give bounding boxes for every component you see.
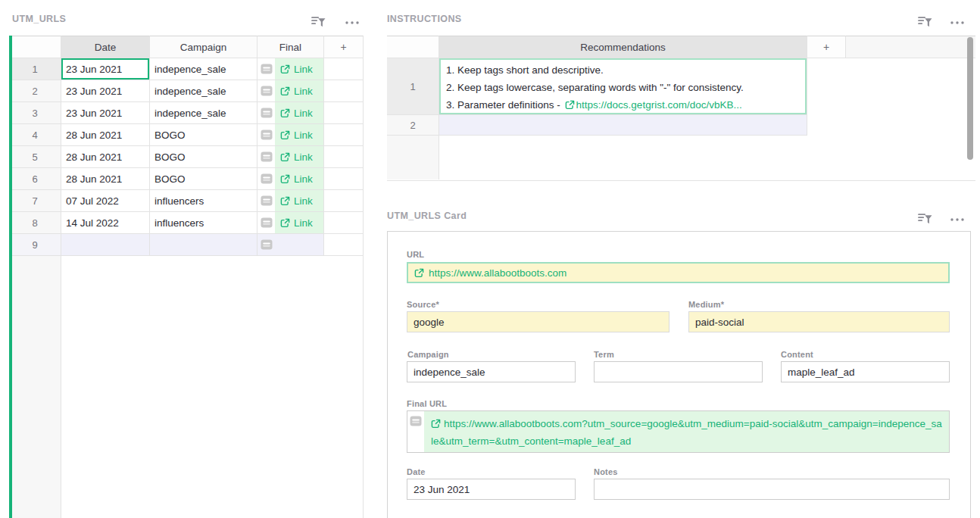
- cell-date[interactable]: 23 Jun 2021: [61, 80, 150, 102]
- cell-final-empty[interactable]: [257, 234, 324, 256]
- external-link-cell[interactable]: Link: [275, 190, 323, 211]
- record-card-icon[interactable]: [261, 195, 273, 206]
- add-column-button[interactable]: +: [324, 36, 364, 58]
- cell-campaign[interactable]: indepence_sale: [150, 58, 257, 80]
- cell-empty[interactable]: [324, 80, 364, 102]
- cell-date[interactable]: 23 Jun 2021: [61, 102, 150, 124]
- cell-date-empty[interactable]: [61, 234, 150, 256]
- column-header-campaign[interactable]: Campaign: [150, 36, 257, 58]
- row-filler: [807, 58, 975, 115]
- record-card-icon[interactable]: [261, 239, 273, 250]
- cell-empty[interactable]: [324, 212, 364, 234]
- more-options-icon[interactable]: [950, 217, 965, 222]
- cell-recommendations[interactable]: 1. Keep tags short and descriptive. 2. K…: [439, 58, 807, 115]
- sort-filter-icon[interactable]: [311, 15, 326, 29]
- cell-empty[interactable]: [324, 124, 364, 146]
- link-prefix: 3. Parameter definitions -: [446, 99, 563, 111]
- row-number[interactable]: 6: [9, 168, 61, 190]
- cell-date[interactable]: 14 Jul 2022: [61, 212, 150, 234]
- source-field[interactable]: google: [407, 311, 669, 332]
- external-link-cell[interactable]: Link: [275, 168, 323, 189]
- row-number[interactable]: 8: [9, 212, 61, 234]
- date-field[interactable]: 23 Jun 2021: [407, 479, 576, 500]
- row-number-header[interactable]: [9, 36, 61, 58]
- sort-filter-icon[interactable]: [917, 15, 932, 29]
- vertical-scrollbar[interactable]: [967, 37, 973, 160]
- cell-final-link[interactable]: Link: [257, 80, 324, 102]
- cell-date[interactable]: 28 Jun 2021: [61, 168, 150, 190]
- row-number[interactable]: 2: [9, 80, 61, 102]
- row-number[interactable]: 1: [387, 58, 439, 115]
- cell-final-link[interactable]: Link: [257, 102, 324, 124]
- final-url-field[interactable]: https://www.allabootboots.com?utm_source…: [407, 410, 950, 453]
- cell-date[interactable]: 28 Jun 2021: [61, 124, 150, 146]
- more-options-icon[interactable]: [950, 20, 965, 25]
- cell-campaign[interactable]: BOGO: [150, 146, 257, 168]
- column-header-date[interactable]: Date: [61, 36, 150, 58]
- final-url-link[interactable]: https://www.allabootboots.com?utm_source…: [424, 411, 949, 453]
- content-field[interactable]: maple_leaf_ad: [781, 361, 950, 382]
- cell-campaign-empty[interactable]: [150, 234, 257, 256]
- column-header-final[interactable]: Final: [257, 36, 324, 58]
- record-card-icon[interactable]: [261, 108, 273, 118]
- external-link-cell[interactable]: Link: [275, 124, 323, 145]
- cell-empty[interactable]: [324, 102, 364, 124]
- row-number[interactable]: 9: [9, 234, 61, 256]
- table-row: 8 14 Jul 2022 influencers Link: [9, 212, 364, 234]
- row-number[interactable]: 7: [9, 190, 61, 212]
- cell-final-link[interactable]: Link: [257, 190, 324, 212]
- record-card-icon[interactable]: [261, 217, 273, 228]
- docs-link[interactable]: https://docs.getgrist.com/doc/vbKB...: [576, 99, 742, 111]
- external-link-cell[interactable]: Link: [275, 146, 323, 167]
- cell-campaign[interactable]: indepence_sale: [150, 102, 257, 124]
- cell-final-link[interactable]: Link: [257, 212, 324, 234]
- record-card-icon[interactable]: [261, 130, 273, 140]
- column-header-recommendations[interactable]: Recommendations: [439, 36, 807, 58]
- add-column-button[interactable]: +: [807, 36, 846, 58]
- cell-final-link[interactable]: Link: [257, 124, 324, 146]
- external-link-icon[interactable]: [414, 268, 424, 278]
- record-card-icon[interactable]: [261, 151, 273, 162]
- url-field[interactable]: https://www.allabootboots.com: [407, 262, 950, 283]
- term-field[interactable]: [594, 361, 763, 382]
- row-number[interactable]: 3: [9, 102, 61, 124]
- cell-campaign[interactable]: indepence_sale: [150, 80, 257, 102]
- instructions-table: Recommendations + 1 1. Keep tags short a…: [387, 36, 975, 181]
- row-number[interactable]: 1: [9, 58, 61, 80]
- cell-empty[interactable]: [324, 234, 364, 256]
- record-card-icon[interactable]: [261, 64, 273, 74]
- cell-empty[interactable]: [324, 146, 364, 168]
- record-card-icon[interactable]: [410, 416, 422, 426]
- cell-campaign[interactable]: BOGO: [150, 168, 257, 190]
- external-link-cell[interactable]: Link: [275, 80, 323, 101]
- cell-date[interactable]: 07 Jul 2022: [61, 190, 150, 212]
- cell-final-link[interactable]: Link: [257, 146, 324, 168]
- cell-campaign[interactable]: BOGO: [150, 124, 257, 146]
- medium-field[interactable]: paid-social: [688, 311, 950, 332]
- campaign-field[interactable]: indepence_sale: [407, 361, 576, 382]
- row-number[interactable]: 4: [9, 124, 61, 146]
- cell-empty[interactable]: [324, 168, 364, 190]
- row-number[interactable]: 5: [9, 146, 61, 168]
- cell-date[interactable]: 23 Jun 2021: [61, 58, 150, 80]
- more-options-icon[interactable]: [345, 20, 360, 25]
- external-link-cell[interactable]: Link: [275, 212, 323, 233]
- cell-empty[interactable]: [324, 190, 364, 212]
- cell-date[interactable]: 28 Jun 2021: [61, 146, 150, 168]
- external-link-cell[interactable]: Link: [275, 102, 323, 123]
- record-card-icon[interactable]: [261, 86, 273, 96]
- cell-final-link[interactable]: Link: [257, 168, 324, 190]
- cell-empty[interactable]: [324, 58, 364, 80]
- external-link-cell[interactable]: Link: [275, 58, 323, 80]
- cell-campaign[interactable]: influencers: [150, 190, 257, 212]
- cell-recommendations-empty[interactable]: [439, 115, 807, 136]
- cell-campaign[interactable]: influencers: [150, 212, 257, 234]
- cell-final-link[interactable]: Link: [257, 58, 324, 80]
- record-card-icon[interactable]: [261, 173, 273, 184]
- row-number[interactable]: 2: [387, 115, 439, 136]
- sort-filter-icon[interactable]: [917, 212, 932, 226]
- link-label: Link: [294, 86, 313, 97]
- notes-field[interactable]: [594, 479, 950, 500]
- row-number-header[interactable]: [387, 36, 439, 58]
- external-link-icon: [280, 130, 290, 140]
